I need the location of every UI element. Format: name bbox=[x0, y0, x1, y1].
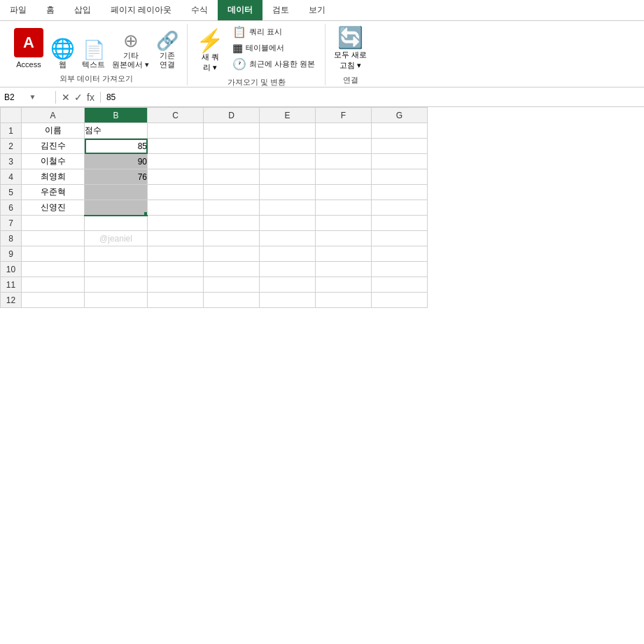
cell-b12[interactable] bbox=[85, 293, 148, 308]
confirm-icon[interactable]: ✓ bbox=[74, 92, 83, 103]
cell-f10[interactable] bbox=[316, 262, 372, 277]
col-header-f[interactable]: F bbox=[316, 108, 372, 123]
cancel-icon[interactable]: ✕ bbox=[62, 92, 70, 103]
cell-e3[interactable] bbox=[260, 154, 316, 169]
cell-a7[interactable] bbox=[22, 216, 85, 231]
cell-f11[interactable] bbox=[316, 277, 372, 293]
formula-input[interactable]: 85 bbox=[101, 91, 644, 104]
web-button[interactable]: 🌐 웹 bbox=[48, 38, 78, 71]
show-query-button[interactable]: 📋 쿼리 표시 bbox=[228, 24, 319, 39]
recent-source-button[interactable]: 🕐 최근에 사용한 원본 bbox=[228, 56, 319, 71]
row-header-5[interactable]: 5 bbox=[1, 185, 22, 200]
cell-g4[interactable] bbox=[372, 169, 428, 185]
cell-c5[interactable] bbox=[148, 185, 204, 200]
cell-d12[interactable] bbox=[204, 293, 260, 308]
cell-g6[interactable] bbox=[372, 200, 428, 216]
cell-e2[interactable] bbox=[260, 139, 316, 154]
cell-a3[interactable]: 이철수 bbox=[22, 154, 85, 169]
cell-b4[interactable]: 76 bbox=[85, 169, 148, 185]
cell-f2[interactable] bbox=[316, 139, 372, 154]
cell-d5[interactable] bbox=[204, 185, 260, 200]
tab-formulas[interactable]: 수식 bbox=[181, 0, 218, 20]
col-header-d[interactable]: D bbox=[204, 108, 260, 123]
cell-e5[interactable] bbox=[260, 185, 316, 200]
cell-g5[interactable] bbox=[372, 185, 428, 200]
cell-d11[interactable] bbox=[204, 277, 260, 293]
row-header-11[interactable]: 11 bbox=[1, 277, 22, 293]
col-header-c[interactable]: C bbox=[148, 108, 204, 123]
text-button[interactable]: 📄 텍스트 bbox=[79, 39, 108, 71]
tab-page-layout[interactable]: 페이지 레이아웃 bbox=[101, 0, 181, 20]
cell-e11[interactable] bbox=[260, 277, 316, 293]
tab-insert[interactable]: 삽입 bbox=[64, 0, 101, 20]
cell-e4[interactable] bbox=[260, 169, 316, 185]
cell-d2[interactable] bbox=[204, 139, 260, 154]
cell-e1[interactable] bbox=[260, 123, 316, 139]
cell-g1[interactable] bbox=[372, 123, 428, 139]
cell-e10[interactable] bbox=[260, 262, 316, 277]
cell-b7[interactable] bbox=[85, 216, 148, 231]
cell-b5[interactable] bbox=[85, 185, 148, 200]
refresh-all-button[interactable]: 🔄 모두 새로고침 ▾ bbox=[331, 24, 370, 72]
cell-d9[interactable] bbox=[204, 246, 260, 262]
cell-c4[interactable] bbox=[148, 169, 204, 185]
cell-e8[interactable] bbox=[260, 231, 316, 246]
cell-g8[interactable] bbox=[372, 231, 428, 246]
cell-c1[interactable] bbox=[148, 123, 204, 139]
resize-handle[interactable] bbox=[144, 212, 148, 216]
cell-b10[interactable] bbox=[85, 262, 148, 277]
cell-d1[interactable] bbox=[204, 123, 260, 139]
cell-a1[interactable]: 이름 bbox=[22, 123, 85, 139]
cell-c8[interactable] bbox=[148, 231, 204, 246]
cell-e12[interactable] bbox=[260, 293, 316, 308]
cell-g3[interactable] bbox=[372, 154, 428, 169]
row-header-10[interactable]: 10 bbox=[1, 262, 22, 277]
cell-f4[interactable] bbox=[316, 169, 372, 185]
row-header-4[interactable]: 4 bbox=[1, 169, 22, 185]
cell-f12[interactable] bbox=[316, 293, 372, 308]
cell-c2[interactable] bbox=[148, 139, 204, 154]
cell-g9[interactable] bbox=[372, 246, 428, 262]
cell-d6[interactable] bbox=[204, 200, 260, 216]
row-header-1[interactable]: 1 bbox=[1, 123, 22, 139]
col-header-e[interactable]: E bbox=[260, 108, 316, 123]
cell-c10[interactable] bbox=[148, 262, 204, 277]
cell-b3[interactable]: 90 bbox=[85, 154, 148, 169]
cell-f6[interactable] bbox=[316, 200, 372, 216]
cell-b11[interactable] bbox=[85, 277, 148, 293]
cell-a11[interactable] bbox=[22, 277, 85, 293]
tab-data[interactable]: 데이터 bbox=[218, 0, 262, 20]
cell-e7[interactable] bbox=[260, 216, 316, 231]
col-header-a[interactable]: A bbox=[22, 108, 85, 123]
cell-e9[interactable] bbox=[260, 246, 316, 262]
tab-view[interactable]: 보기 bbox=[299, 0, 335, 20]
cell-b9[interactable] bbox=[85, 246, 148, 262]
cell-c12[interactable] bbox=[148, 293, 204, 308]
other-sources-button[interactable]: ⊕ 기타원본에서 ▾ bbox=[109, 30, 152, 71]
tab-file[interactable]: 파일 bbox=[0, 0, 36, 20]
cell-f7[interactable] bbox=[316, 216, 372, 231]
tab-review[interactable]: 검토 bbox=[262, 0, 299, 20]
cell-d3[interactable] bbox=[204, 154, 260, 169]
cell-f3[interactable] bbox=[316, 154, 372, 169]
row-header-12[interactable]: 12 bbox=[1, 293, 22, 308]
cell-c7[interactable] bbox=[148, 216, 204, 231]
cell-g10[interactable] bbox=[372, 262, 428, 277]
tab-home[interactable]: 홈 bbox=[36, 0, 64, 20]
from-table-button[interactable]: ▦ 테이블에서 bbox=[228, 40, 319, 55]
cell-a8[interactable] bbox=[22, 231, 85, 246]
cell-g7[interactable] bbox=[372, 216, 428, 231]
cell-f5[interactable] bbox=[316, 185, 372, 200]
fx-icon[interactable]: fx bbox=[87, 92, 94, 103]
cell-d10[interactable] bbox=[204, 262, 260, 277]
cell-a10[interactable] bbox=[22, 262, 85, 277]
cell-ref-dropdown[interactable]: ▼ bbox=[29, 93, 52, 101]
cell-c11[interactable] bbox=[148, 277, 204, 293]
cell-g11[interactable] bbox=[372, 277, 428, 293]
cell-f8[interactable] bbox=[316, 231, 372, 246]
row-header-8[interactable]: 8 bbox=[1, 231, 22, 246]
cell-d7[interactable] bbox=[204, 216, 260, 231]
cell-g2[interactable] bbox=[372, 139, 428, 154]
col-header-g[interactable]: G bbox=[372, 108, 428, 123]
cell-e6[interactable] bbox=[260, 200, 316, 216]
